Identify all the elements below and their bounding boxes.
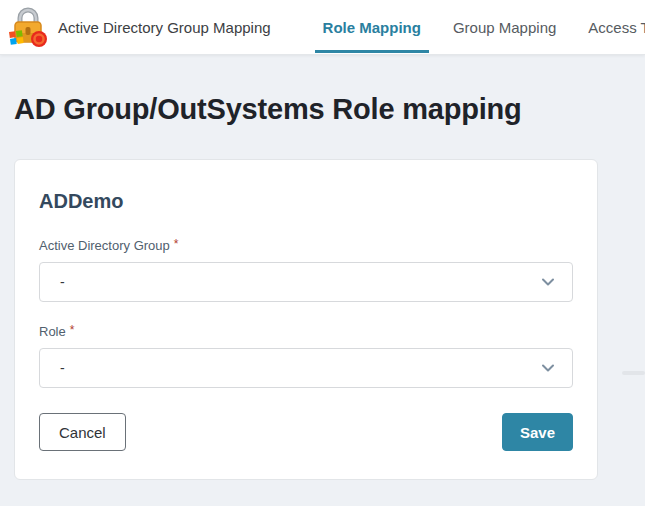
ad-group-field: Active Directory Group* - — [39, 237, 573, 302]
app-title: Active Directory Group Mapping — [58, 19, 271, 36]
required-asterisk: * — [70, 323, 75, 337]
lock-icon — [8, 6, 48, 48]
role-label: Role* — [39, 323, 573, 339]
chevron-down-icon — [540, 274, 556, 290]
ad-group-label: Active Directory Group* — [39, 237, 573, 253]
tab-group-mapping[interactable]: Group Mapping — [437, 0, 572, 54]
ad-group-select[interactable]: - — [39, 262, 573, 302]
cancel-button[interactable]: Cancel — [39, 413, 126, 451]
scrollbar-fragment[interactable] — [622, 371, 645, 375]
save-button[interactable]: Save — [502, 413, 573, 451]
card-heading: ADDemo — [39, 190, 573, 213]
role-mapping-form-card: ADDemo Active Directory Group* - Role* -… — [14, 159, 598, 480]
form-actions: Cancel Save — [39, 413, 573, 451]
ad-group-select-value: - — [60, 274, 65, 290]
tab-access-token[interactable]: Access Token — [572, 0, 645, 54]
top-header: Active Directory Group Mapping Role Mapp… — [0, 0, 645, 55]
role-select-value: - — [60, 360, 65, 376]
tab-role-mapping[interactable]: Role Mapping — [307, 0, 437, 54]
required-asterisk: * — [174, 237, 179, 251]
tab-bar: Role Mapping Group Mapping Access Token — [307, 0, 645, 54]
role-select[interactable]: - — [39, 348, 573, 388]
page-title: AD Group/OutSystems Role mapping — [14, 93, 631, 126]
role-label-text: Role — [39, 324, 66, 339]
ad-group-label-text: Active Directory Group — [39, 238, 170, 253]
role-field: Role* - — [39, 323, 573, 388]
chevron-down-icon — [540, 360, 556, 376]
